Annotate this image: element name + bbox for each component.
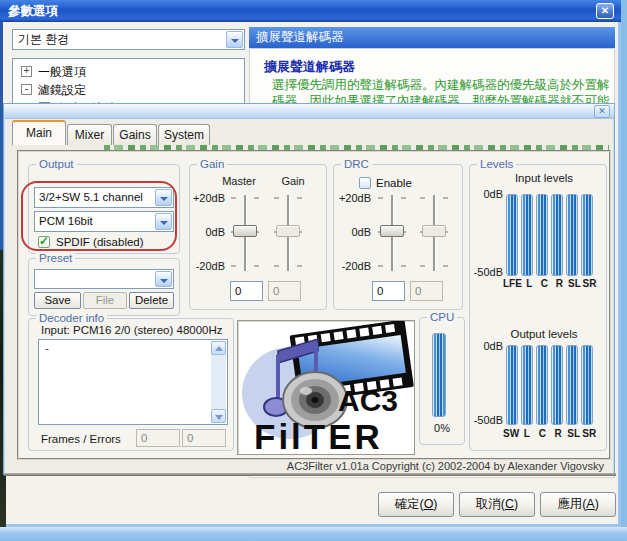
input-levels-min: -50dB [457, 266, 503, 278]
expand-plus-icon[interactable]: + [21, 66, 32, 77]
gain-scale-top: +20dB [185, 192, 225, 204]
close-icon: ✕ [601, 5, 609, 16]
gain-master-slider[interactable] [228, 195, 262, 271]
options-window-title: 參數選項 [8, 4, 58, 18]
gain-output-input[interactable]: 0 [268, 281, 301, 301]
close-icon: ✕ [598, 106, 606, 116]
slider-thumb[interactable] [422, 225, 446, 237]
frames-errors-label: Frames / Errors [41, 433, 121, 445]
frames-count-field: 0 [136, 429, 180, 447]
input-levels-max: 0dB [463, 188, 503, 200]
copyright-text: AC3Filter v1.01a Copyright (c) 2002-2004… [4, 460, 604, 472]
drc-enable-checkbox[interactable] [359, 177, 371, 189]
cpu-value: 0% [421, 422, 463, 434]
master-column-label: Master [213, 175, 265, 187]
file-button[interactable]: File [83, 292, 127, 309]
options-close-button[interactable]: ✕ [596, 3, 614, 19]
input-levels-title: Input levels [489, 172, 599, 184]
input-level-bar [506, 194, 518, 276]
slider-thumb[interactable] [380, 225, 404, 237]
drc-enable-label: Enable [376, 177, 412, 189]
drc-scale-bottom: -20dB [331, 260, 371, 272]
cpu-load-bar [432, 333, 446, 417]
drc-level-slider[interactable] [375, 195, 409, 271]
output-level-bar [551, 345, 563, 425]
input-channel-labels: LFELCRSLSR [503, 278, 597, 289]
ac3filter-close-button[interactable]: ✕ [594, 105, 610, 118]
chevron-down-icon[interactable] [155, 213, 172, 230]
drc-level-input[interactable]: 0 [372, 281, 405, 301]
decoder-info-list[interactable]: - [38, 339, 228, 425]
ac3filter-logo-image: AC3 FilTER [238, 321, 415, 455]
section-header: 擴展聲道解碼器 [249, 27, 615, 48]
input-level-bar [521, 194, 533, 276]
input-level-bar [536, 194, 548, 276]
gain-master-input[interactable]: 0 [230, 281, 263, 301]
drc-gain-input[interactable]: 0 [410, 281, 443, 301]
output-level-bar [506, 345, 518, 425]
ok-button[interactable]: 確定(O) [378, 492, 454, 517]
section-text-line1: 選擇優先調用的聲道解碼器。內建解碼器的優先級高於外置解 [272, 77, 610, 94]
output-level-bar [581, 345, 593, 425]
input-level-bar [551, 194, 563, 276]
drc-scale-mid: 0dB [331, 226, 371, 238]
chevron-down-icon[interactable] [155, 271, 172, 287]
desktop [0, 527, 627, 541]
preset-select[interactable] [34, 269, 174, 289]
ac3filter-dialog: ✕ Main Mixer Gains System Output 3/2+SW … [3, 103, 615, 475]
gain-output-slider[interactable] [271, 195, 305, 271]
output-levels-title: Output levels [489, 328, 599, 340]
tree-item-label[interactable]: 濾鏡設定 [38, 83, 86, 97]
input-level-bar [581, 194, 593, 276]
gain-scale-mid: 0dB [185, 226, 225, 238]
ac3filter-logo: AC3 FilTER [237, 320, 415, 455]
cpu-group-label: CPU [427, 311, 457, 324]
output-level-bar [536, 345, 548, 425]
apply-button[interactable]: 應用(A) [540, 492, 616, 517]
collapse-minus-icon[interactable]: - [21, 84, 32, 95]
cancel-button[interactable]: 取消(C) [459, 492, 535, 517]
gain-column-label: Gain [271, 175, 315, 187]
output-group-label: Output [36, 158, 77, 171]
logo-filter-text: FilTER [254, 417, 383, 455]
spdif-label: SPDIF (disabled) [56, 236, 144, 248]
preset-group-label: Preset [36, 252, 75, 265]
tree-item-label[interactable]: 一般選項 [38, 65, 86, 79]
drc-gain-slider[interactable] [417, 195, 451, 271]
chevron-down-icon[interactable] [155, 189, 172, 206]
output-bitdepth-select[interactable]: PCM 16bit [34, 211, 174, 232]
slider-thumb[interactable] [233, 225, 257, 237]
environment-select[interactable]: 기본 환경 [12, 29, 245, 50]
scrollbar[interactable] [211, 341, 226, 423]
output-level-meter [506, 345, 594, 425]
output-level-bar [566, 345, 578, 425]
save-button[interactable]: Save [34, 292, 81, 309]
drc-group-label: DRC [341, 158, 372, 171]
scroll-down-icon[interactable] [211, 409, 226, 423]
chevron-down-icon[interactable] [226, 31, 243, 48]
scroll-up-icon[interactable] [211, 341, 226, 355]
input-level-meter [506, 194, 594, 276]
output-level-bar [521, 345, 533, 425]
decoder-input-text: Input: PCM16 2/0 (stereo) 48000Hz [41, 324, 223, 336]
section-title: 擴展聲道解碼器 [264, 58, 355, 76]
tab-main[interactable]: Main [12, 120, 66, 145]
logo-ac3-text: AC3 [338, 384, 398, 417]
tab-gains[interactable]: Gains [113, 124, 157, 145]
slider-thumb[interactable] [276, 225, 300, 237]
levels-group-label: Levels [477, 158, 516, 171]
tab-mixer[interactable]: Mixer [67, 124, 112, 145]
output-format-select[interactable]: 3/2+SW 5.1 channel [34, 187, 174, 208]
options-titlebar: 參數選項 ✕ [0, 0, 621, 22]
errors-count-field: 0 [182, 429, 226, 447]
spdif-checkbox[interactable]: ✓ [38, 236, 50, 248]
section-header-text: 擴展聲道解碼器 [256, 30, 344, 44]
output-channel-labels: SWLCRSLSR [503, 428, 597, 439]
tab-page-main: Output 3/2+SW 5.1 channel PCM 16bit ✓ SP… [17, 150, 611, 460]
output-levels-max: 0dB [463, 340, 503, 352]
gain-scale-bottom: -20dB [185, 260, 225, 272]
ac3filter-titlebar[interactable] [4, 104, 614, 119]
drc-scale-top: +20dB [331, 192, 371, 204]
tab-system[interactable]: System [158, 124, 210, 145]
delete-button[interactable]: Delete [129, 292, 174, 309]
